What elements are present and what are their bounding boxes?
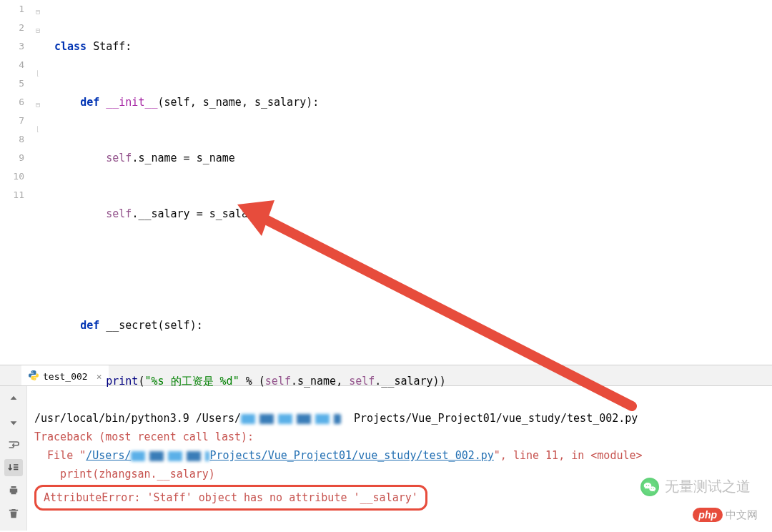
- code-line[interactable]: def __init__(self, s_name, s_salary):: [49, 93, 772, 112]
- up-arrow-icon[interactable]: [4, 390, 23, 408]
- line-num[interactable]: 8: [0, 130, 24, 149]
- line-num[interactable]: 11: [0, 186, 24, 205]
- cmd-line: /usr/local/bin/python3.9 /Users/: [34, 412, 241, 425]
- code-line[interactable]: def __secret(self):: [49, 316, 772, 335]
- fold-end-icon: ⌊: [33, 64, 43, 83]
- file-link[interactable]: /Users/: [86, 449, 131, 462]
- code-line[interactable]: class Staff:: [49, 37, 772, 56]
- watermark-wechat: 无量测试之道: [640, 477, 751, 496]
- console-toolbar: [0, 386, 27, 531]
- error-highlight-box: AttributeError: 'Staff' object has no at…: [34, 485, 427, 511]
- line-num[interactable]: 9: [0, 149, 24, 167]
- redacted-path: [241, 414, 341, 424]
- line-num[interactable]: 2: [0, 19, 24, 37]
- gutter: 1 2 3 4 5 6 7 8 9 10 11: [0, 0, 31, 365]
- console-pane: /usr/local/bin/python3.9 /Users/ Project…: [0, 386, 772, 531]
- code-area[interactable]: class Staff: def __init__(self, s_name, …: [49, 0, 772, 365]
- fold-column: ⊟ ⊟ ⌊ ⊟ ⌊: [31, 0, 49, 365]
- fold-end-icon: ⌊: [33, 120, 43, 139]
- watermark-text: 无量测试之道: [665, 477, 751, 496]
- line-num[interactable]: 10: [0, 167, 24, 186]
- python-file-icon: [29, 370, 39, 383]
- line-num[interactable]: 1: [0, 0, 24, 19]
- code-line[interactable]: self.__salary = s_salary: [49, 205, 772, 223]
- watermark-php: php 中文网: [693, 508, 758, 522]
- traceback-header: Traceback (most recent call last):: [34, 430, 254, 443]
- line-num[interactable]: 4: [0, 56, 24, 74]
- code-line[interactable]: self.s_name = s_name: [49, 149, 772, 167]
- php-badge: php: [693, 508, 723, 522]
- fold-toggle-icon[interactable]: ⊟: [33, 21, 43, 40]
- fold-toggle-icon[interactable]: ⊟: [33, 96, 43, 114]
- watermark-text: 中文网: [726, 508, 758, 522]
- trash-icon[interactable]: [4, 505, 23, 522]
- file-link[interactable]: Projects/Vue_Project01/vue_study/test_00…: [209, 449, 493, 462]
- print-icon[interactable]: [4, 482, 23, 499]
- error-message: AttributeError: 'Staff' object has no at…: [44, 491, 418, 504]
- soft-wrap-icon[interactable]: [4, 436, 23, 453]
- down-arrow-icon[interactable]: [4, 413, 23, 430]
- redacted-path: [131, 451, 209, 461]
- line-num[interactable]: 7: [0, 112, 24, 130]
- console-output[interactable]: /usr/local/bin/python3.9 /Users/ Project…: [27, 386, 772, 531]
- line-num[interactable]: 5: [0, 74, 24, 93]
- code-line[interactable]: [49, 260, 772, 279]
- scroll-to-end-icon[interactable]: [4, 459, 23, 476]
- fold-toggle-icon[interactable]: ⊟: [33, 3, 43, 21]
- line-num[interactable]: 6: [0, 93, 24, 112]
- traceback-context: print(zhangsan.__salary): [34, 468, 215, 481]
- editor-pane: 1 2 3 4 5 6 7 8 9 10 11 ⊟ ⊟ ⌊ ⊟ ⌊ class …: [0, 0, 772, 365]
- wechat-icon: [640, 478, 659, 496]
- line-num[interactable]: 3: [0, 37, 24, 56]
